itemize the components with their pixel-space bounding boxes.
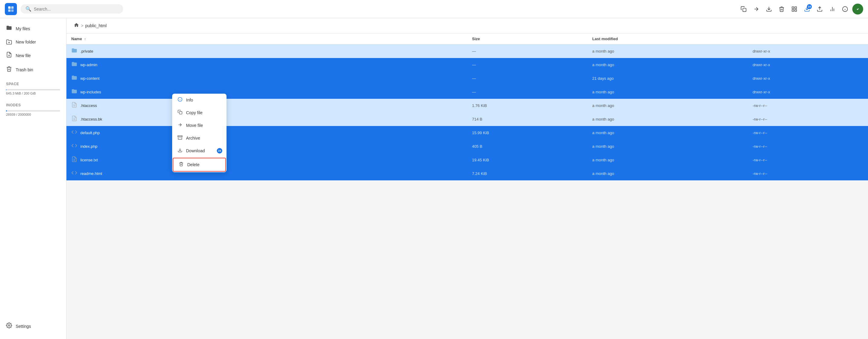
upload-button[interactable] [814,4,825,14]
file-size: 405 B [467,140,587,153]
col-modified-header[interactable]: Last modified [587,34,748,44]
layout: My files New folder New fil [0,18,868,339]
file-size: 19.45 KiB [467,153,587,167]
file-name: wp-content [80,76,100,81]
move-button[interactable] [751,4,762,14]
file-name-cell: .htaccess.bk [66,113,467,126]
info-ctx-icon [178,97,182,103]
table-row[interactable]: .private — a month ago drwxr-xr-x [66,44,868,58]
file-modified: a month ago [587,58,748,71]
home-icon[interactable] [74,22,79,29]
ctx-info-item[interactable]: Info [172,94,226,106]
space-progress-bg [6,89,60,90]
file-name-cell: wp-content [66,71,467,85]
file-size: — [467,44,587,58]
file-table-wrap: Name ↑ Size Last modified [66,34,868,339]
file-modified: a month ago [587,153,748,167]
file-size: — [467,58,587,71]
file-type-icon [71,156,77,164]
table-row[interactable]: wp-content — 21 days ago drwxr-xr-x [66,71,868,85]
file-name: license.txt [80,158,98,162]
ctx-copy-item[interactable]: Copy file [172,106,226,119]
download-queue-button[interactable]: 24 [802,4,812,14]
sidebar-item-trash-bin[interactable]: Trash bin [0,63,66,76]
svg-rect-8 [795,7,797,8]
table-header-row: Name ↑ Size Last modified [66,34,868,44]
file-name: wp-includes [80,90,101,94]
file-perms: drwxr-xr-x [748,71,868,85]
info-button[interactable] [840,4,850,14]
table-row[interactable]: wp-admin — a month ago drwxr-xr-x [66,58,868,71]
file-name-cell: readme.html [66,167,467,180]
sidebar-item-label: My files [16,26,30,31]
delete-button[interactable] [776,4,787,14]
file-name: .private [80,49,93,54]
file-modified: a month ago [587,126,748,140]
context-menu: Info Copy file Move file [172,94,226,172]
file-type-icon [71,129,77,136]
ctx-download-item[interactable]: Download 24 [172,145,226,157]
sidebar-item-new-file[interactable]: New file [0,49,66,62]
sidebar-item-label: New folder [16,39,36,44]
settings-icon [6,322,12,330]
delete-ctx-icon [179,162,184,168]
search-input[interactable] [34,7,112,11]
file-modified: a month ago [587,85,748,99]
grid-button[interactable] [789,4,800,14]
ctx-download-badge: 24 [217,148,222,153]
folder-icon [6,25,12,32]
col-size-header[interactable]: Size [467,34,587,44]
svg-point-24 [8,325,10,326]
file-size: 1.76 KiB [467,99,587,113]
sidebar-item-settings[interactable]: Settings [0,319,66,333]
sidebar-item-my-files[interactable]: My files [0,22,66,35]
ctx-copy-label: Copy file [186,110,203,115]
logo [5,3,17,15]
check-button[interactable] [852,4,863,14]
file-name: index.php [80,144,97,149]
ctx-move-label: Move file [186,123,203,128]
ctx-delete-item[interactable]: Delete [173,158,226,172]
file-size: 15.99 KiB [467,126,587,140]
statistics-button[interactable] [827,4,838,14]
file-name: default.php [80,130,100,135]
svg-rect-4 [743,8,746,11]
ctx-info-label: Info [186,98,193,102]
breadcrumb-separator: > [81,23,83,28]
sidebar-item-label: New file [16,53,31,58]
inodes-progress-fill [6,110,7,112]
copy-button[interactable] [738,4,749,14]
sidebar: My files New folder New fil [0,18,66,339]
col-name-header[interactable]: Name ↑ [66,34,467,44]
file-type-icon [71,74,77,82]
inodes-progress-bg [6,110,60,112]
ctx-archive-item[interactable]: Archive [172,132,226,145]
move-ctx-icon [178,122,182,128]
file-type-icon [71,143,77,150]
svg-rect-10 [795,9,797,11]
file-perms: -rw-r--r-- [748,99,868,113]
new-folder-icon [6,39,12,45]
file-type-icon [71,170,77,177]
ctx-archive-label: Archive [186,136,200,141]
download-button[interactable] [764,4,774,14]
file-size: — [467,85,587,99]
svg-rect-7 [792,7,794,8]
file-name-cell: index.php [66,140,467,153]
inodes-section-label: Inodes [0,98,66,109]
file-perms: -rw-r--r-- [748,167,868,180]
search-icon: 🔍 [25,6,31,12]
archive-ctx-icon [178,135,182,141]
sidebar-item-label: Settings [16,324,31,329]
ctx-move-item[interactable]: Move file [172,119,226,132]
breadcrumb: > public_html [66,18,868,34]
col-perms-header [748,34,868,44]
file-perms: -rw-r--r-- [748,140,868,153]
file-name-cell: .private [66,44,467,58]
search-bar[interactable]: 🔍 [21,4,123,13]
file-modified: a month ago [587,113,748,126]
sidebar-item-new-folder[interactable]: New folder [0,36,66,48]
file-name: .htaccess.bk [80,117,102,121]
svg-rect-34 [179,112,182,114]
sidebar-item-label: Trash bin [16,67,33,72]
